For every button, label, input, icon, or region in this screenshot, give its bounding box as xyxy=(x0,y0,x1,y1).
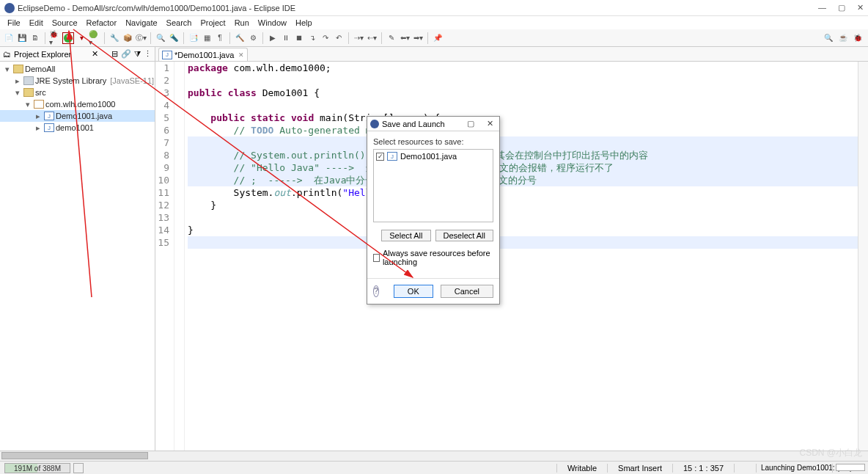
menu-window[interactable]: Window xyxy=(254,18,291,27)
java-file-icon xyxy=(162,51,172,59)
menu-navigate[interactable]: Navigate xyxy=(121,18,161,27)
perspective-debug-icon[interactable]: 🐞 xyxy=(852,32,864,44)
horizontal-scrollbar[interactable] xyxy=(0,451,868,461)
pin-icon[interactable]: 📌 xyxy=(432,32,444,44)
folder-icon: 🗂 xyxy=(3,50,11,59)
run-button[interactable] xyxy=(62,32,74,44)
menu-edit[interactable]: Edit xyxy=(25,18,48,27)
link-editor-icon[interactable]: 🔗 xyxy=(121,49,131,59)
save-all-icon[interactable]: 🗎 xyxy=(29,32,41,44)
library-icon xyxy=(23,76,34,85)
editor-area: *Demo1001.java ✕ 123 456 789 101112 1314… xyxy=(155,47,868,455)
tree-file-demo1001[interactable]: ▸ Demo1001.java xyxy=(0,110,155,122)
run-dropdown-icon[interactable]: ▾ xyxy=(76,32,87,44)
ok-button[interactable]: OK xyxy=(394,285,433,298)
perspective-java-icon[interactable]: ☕ xyxy=(837,32,849,44)
source-folder-icon xyxy=(23,88,34,97)
menu-file[interactable]: File xyxy=(3,18,25,27)
menu-source[interactable]: Source xyxy=(48,18,82,27)
new-class-icon[interactable]: Ⓒ▾ xyxy=(135,32,147,44)
gc-icon[interactable] xyxy=(73,463,84,473)
java-file-icon xyxy=(44,123,54,132)
coverage-icon[interactable]: 🟢▾ xyxy=(89,32,100,44)
toggle-block-icon[interactable]: ▦ xyxy=(201,32,213,44)
folding-margin[interactable] xyxy=(174,62,185,455)
collapse-all-icon[interactable]: ⊟ xyxy=(111,49,118,59)
tree-project[interactable]: ▾ DemoAll xyxy=(0,63,155,75)
close-button[interactable]: ✕ xyxy=(857,3,864,12)
toggle-mark-icon[interactable]: 📑 xyxy=(188,32,199,44)
eclipse-icon xyxy=(370,120,379,128)
project-tree[interactable]: ▾ DemoAll ▸ JRE System Library [JavaSE-1… xyxy=(0,62,155,135)
tree-jre[interactable]: ▸ JRE System Library [JavaSE-11] xyxy=(0,75,155,87)
new-icon[interactable]: 📄 xyxy=(3,32,15,44)
menu-help[interactable]: Help xyxy=(291,18,317,27)
filter-icon[interactable]: ⧩ xyxy=(134,49,141,59)
always-save-checkbox[interactable]: Always save resources before launching xyxy=(373,249,493,266)
suspend-icon[interactable]: ⏸ xyxy=(280,32,292,44)
tree-file-demo1001-lower[interactable]: ▸ demo1001 xyxy=(0,122,155,134)
project-explorer-title: Project Explorer xyxy=(14,50,89,59)
progress-area[interactable]: Launching Demo1001: (0%) xyxy=(756,464,832,473)
step-over-icon[interactable]: ↷ xyxy=(320,32,331,44)
heap-status[interactable]: 191M of 388M xyxy=(4,463,70,473)
scrollbar-thumb[interactable] xyxy=(1,452,148,459)
save-and-launch-dialog: Save and Launch ▢ ✕ Select resources to … xyxy=(367,116,500,305)
tree-package[interactable]: ▾ com.wlh.demo1000 xyxy=(0,98,155,110)
status-writable: Writable xyxy=(556,464,607,473)
quick-access-icon[interactable]: 🔍 xyxy=(823,32,834,44)
editor-tab-demo1001[interactable]: *Demo1001.java ✕ xyxy=(158,48,248,61)
code-editor[interactable]: 123 456 789 101112 131415 package com.wl… xyxy=(155,62,868,455)
dialog-title: Save and Launch xyxy=(382,120,461,128)
always-save-label: Always save resources before launching xyxy=(383,249,493,266)
window-titlebar: EclipseDemo - DemoAll/src/com/wlh/demo10… xyxy=(0,0,868,16)
view-menu-icon[interactable]: ⋮ xyxy=(144,49,152,59)
resource-item[interactable]: ✓ Demo1001.java xyxy=(376,152,490,161)
search-icon[interactable]: 🔦 xyxy=(168,32,180,44)
back-icon[interactable]: ⬅▾ xyxy=(399,32,411,44)
last-edit-icon[interactable]: ✎ xyxy=(386,32,397,44)
dialog-label: Select resources to save: xyxy=(373,137,493,146)
debug-icon[interactable]: 🐞▾ xyxy=(49,32,61,44)
close-tab-icon[interactable]: ✕ xyxy=(238,51,244,59)
terminate-icon[interactable]: ⏹ xyxy=(293,32,305,44)
dialog-maximize-icon[interactable]: ▢ xyxy=(461,119,480,128)
help-icon[interactable]: ? xyxy=(373,285,379,297)
project-explorer-view: 🗂 Project Explorer ✕ ⊟ 🔗 ⧩ ⋮ ▾ DemoAll ▸… xyxy=(0,47,155,455)
menu-run[interactable]: Run xyxy=(230,18,254,27)
watermark: CSDN @小白龙 xyxy=(799,447,862,459)
tool-icon[interactable]: ⚙ xyxy=(247,32,259,44)
maximize-button[interactable]: ▢ xyxy=(838,3,845,12)
build-icon[interactable]: 🔨 xyxy=(234,32,246,44)
dialog-close-icon[interactable]: ✕ xyxy=(480,119,499,128)
new-package-icon[interactable]: 📦 xyxy=(122,32,133,44)
menu-search[interactable]: Search xyxy=(162,18,196,27)
menu-project[interactable]: Project xyxy=(196,18,229,27)
menu-refactor[interactable]: Refactor xyxy=(82,18,122,27)
resource-list[interactable]: ✓ Demo1001.java xyxy=(373,149,493,222)
dialog-titlebar[interactable]: Save and Launch ▢ ✕ xyxy=(367,117,499,131)
select-all-button[interactable]: Select All xyxy=(381,230,430,241)
cancel-button[interactable]: Cancel xyxy=(441,285,493,298)
save-icon[interactable]: 💾 xyxy=(16,32,28,44)
overview-ruler[interactable] xyxy=(858,62,868,455)
step-icon[interactable]: ↴ xyxy=(306,32,318,44)
deselect-all-button[interactable]: Deselect All xyxy=(435,230,493,241)
show-whitespace-icon[interactable]: ¶ xyxy=(214,32,226,44)
external-tools-icon[interactable]: 🔧 xyxy=(108,32,120,44)
forward-icon[interactable]: ➡▾ xyxy=(412,32,424,44)
minimize-button[interactable]: — xyxy=(818,3,826,12)
checkbox-icon[interactable]: ✓ xyxy=(376,153,384,161)
tree-src[interactable]: ▾ src xyxy=(0,87,155,98)
checkbox-icon[interactable] xyxy=(373,254,380,262)
step-return-icon[interactable]: ↶ xyxy=(333,32,345,44)
resume-icon[interactable]: ▶ xyxy=(267,32,279,44)
project-explorer-tab[interactable]: 🗂 Project Explorer ✕ ⊟ 🔗 ⧩ ⋮ xyxy=(0,47,155,62)
status-insert: Smart Insert xyxy=(607,464,672,473)
code-body[interactable]: package com.wlh.demo1000; public class D… xyxy=(185,62,868,455)
package-icon xyxy=(34,100,44,109)
close-view-icon[interactable]: ✕ xyxy=(92,49,98,59)
next-annotation-icon[interactable]: ⇢▾ xyxy=(353,32,364,44)
prev-annotation-icon[interactable]: ⇠▾ xyxy=(366,32,378,44)
open-type-icon[interactable]: 🔍 xyxy=(155,32,166,44)
